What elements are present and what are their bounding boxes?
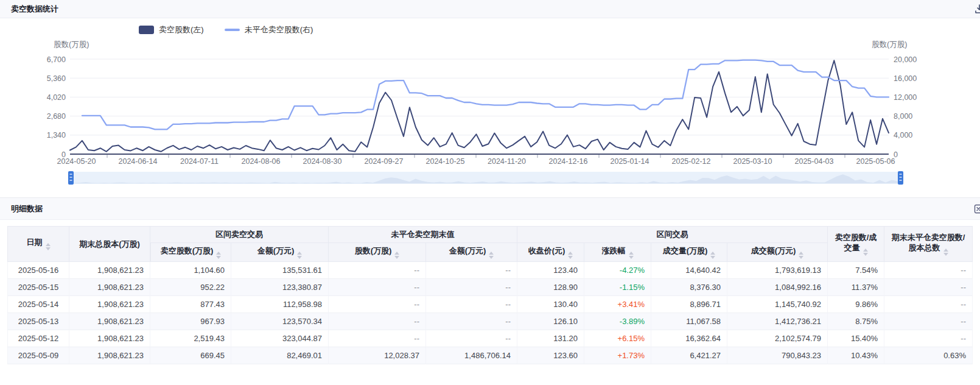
chart-canvas: 6,70020,0005,36016,0004,02012,0002,6808,… [0,18,980,197]
table-cell: 1,908,621.23 [69,347,150,364]
table-cell: 2025-05-13 [7,313,69,330]
table-cell: 2025-05-12 [7,330,69,347]
table-cell: 16,362.64 [651,330,727,347]
table-cell: 131.20 [517,330,584,347]
sort-icon[interactable] [629,252,634,259]
x-axis-tick-label: 2024-07-11 [180,157,219,166]
col-header-open-amount[interactable]: 金额(万元) [426,243,517,262]
table-cell: 1,145,740.92 [727,296,828,313]
table-cell: -- [426,330,517,347]
col-header-short-amount[interactable]: 金额(万元) [231,243,329,262]
col-header-open-shares[interactable]: 股数(万股) [329,243,426,262]
x-axis-tick-label: 2024-11-20 [488,157,526,166]
x-axis-tick-label: 2025-04-03 [795,157,834,166]
table-row: 2025-05-151,908,621.23952.22123,380.87--… [7,279,973,296]
left-axis-tick: 6,700 [47,55,66,64]
series-line-0 [70,60,889,152]
table-cell: 112,958.98 [231,296,329,313]
sort-icon[interactable] [394,252,399,259]
table-cell: -- [329,262,426,279]
sort-icon[interactable] [799,252,803,259]
table-cell: 1,908,621.23 [69,296,150,313]
table-cell: 11,067.58 [651,313,727,330]
table-cell: 126.10 [517,313,584,330]
table-cell: -- [426,279,517,296]
table-cell: 15.40% [828,330,884,347]
table-cell: 1,486,706.14 [426,347,517,364]
right-axis-tick: 16,000 [894,74,917,83]
table-cell: -- [329,313,426,330]
table-cell: 1,908,621.23 [69,262,150,279]
short-selling-chart: 卖空股数(左) 未平仓卖空股数(右) 6,70020,0005,36016,00… [0,18,980,197]
table-cell: 669.45 [150,347,231,364]
legend-item-short-shares[interactable]: 卖空股数(左) [139,24,204,35]
x-axis-tick-label: 2024-09-27 [365,157,404,166]
x-axis-tick-label: 2025-01-14 [611,157,649,166]
export-excel-icon[interactable] [974,204,980,214]
col-header-total-shares: 期末总股本(万股) [69,226,150,262]
datazoom-left-handle[interactable] [68,171,74,185]
chart-card-title: 卖空数据统计 [11,4,58,15]
left-axis-tick: 4,020 [47,93,66,102]
table-cell: +6.15% [584,330,651,347]
table-cell: 6,421.27 [651,347,727,364]
sort-icon[interactable] [489,252,494,259]
table-cell: 1,908,621.23 [69,330,150,347]
sort-icon[interactable] [46,243,51,250]
right-axis-tick: 4,000 [894,131,912,140]
table-row: 2025-05-161,908,621.231,104.60135,531.61… [7,262,973,279]
col-header-date[interactable]: 日期 [7,226,69,262]
sort-icon[interactable] [297,252,302,259]
col-header-open-short-to-total[interactable]: 期末未平仓卖空股数/股本总数 [884,226,973,262]
table-row: 2025-05-141,908,621.23877.43112,958.98--… [7,296,973,313]
table-cell: 1,104.60 [150,262,231,279]
right-axis-tick: 20,000 [894,55,917,64]
table-cell: +1.73% [584,347,651,364]
table-cell: 130.40 [517,296,584,313]
col-header-short-to-volume[interactable]: 卖空股数/成交量 [828,226,884,262]
col-header-close-price[interactable]: 收盘价(元) [517,243,584,262]
x-axis-tick-label: 2024-08-30 [303,157,342,166]
x-axis-tick-label: 2024-08-06 [242,157,281,166]
x-axis-tick-label: 2024-05-20 [57,157,96,166]
detail-section-title: 明细数据 [11,203,43,214]
chart-legend: 卖空股数(左) 未平仓卖空股数(右) [139,24,313,35]
x-axis-tick-label: 2024-12-16 [549,157,588,166]
table-cell: -- [884,313,973,330]
group-header-open-short-eop: 未平仓卖空期末值 [329,226,517,243]
sort-icon[interactable] [568,252,573,259]
table-cell: 1,908,621.23 [69,279,150,296]
group-header-interval-trading: 区间交易 [517,226,828,243]
datazoom-right-handle[interactable] [898,171,903,185]
table-cell: 2025-05-16 [7,262,69,279]
table-cell: 1,412,736.21 [727,313,828,330]
col-header-volume[interactable]: 成交量(万股) [651,243,727,262]
col-header-change-pct[interactable]: 涨跌幅 [584,243,651,262]
col-header-short-shares[interactable]: 卖空股数(万股) [150,243,231,262]
table-cell: 877.43 [150,296,231,313]
detail-table-body: 2025-05-161,908,621.231,104.60135,531.61… [7,262,973,364]
table-cell: -- [329,296,426,313]
table-cell: 1,908,621.23 [69,313,150,330]
table-cell: 1,084,992.16 [727,279,828,296]
x-axis-tick-label: 2025-02-12 [672,157,711,166]
table-cell: -- [884,330,973,347]
left-axis-name: 股数(万股) [54,40,89,49]
table-cell: -- [426,262,517,279]
download-icon[interactable] [975,4,980,14]
col-header-turnover[interactable]: 成交额(万元) [727,243,828,262]
table-cell: 8,896.71 [651,296,727,313]
x-axis-tick-label: 2024-10-25 [426,157,465,166]
series-line-1 [82,60,889,130]
legend-item-open-short-shares[interactable]: 未平仓卖空股数(右) [225,24,313,35]
table-row: 2025-05-091,908,621.23669.4582,469.0112,… [7,347,973,364]
sort-icon[interactable] [216,252,221,259]
sort-icon[interactable] [710,252,715,259]
sort-icon[interactable] [863,249,868,256]
table-cell: 11.37% [828,279,884,296]
sort-icon[interactable] [943,249,948,256]
table-cell: 2025-05-09 [7,347,69,364]
table-cell: 8.75% [828,313,884,330]
table-cell: 9.86% [828,296,884,313]
left-axis-tick: 2,680 [47,112,66,121]
